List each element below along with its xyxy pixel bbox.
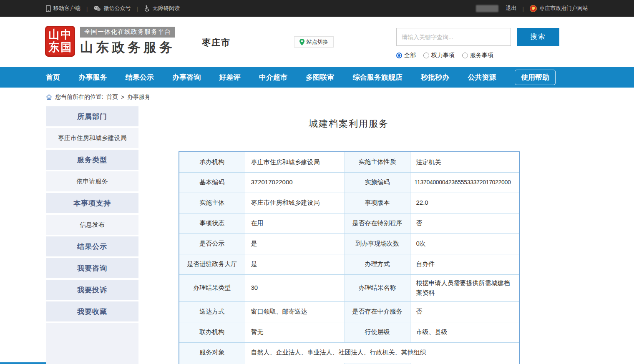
table-row: 基本编码 372017022000 实施编码 11370400004236555… — [179, 172, 519, 193]
table-row: 送达方式 窗口领取、邮寄送达 是否存在中介服务 否 — [179, 301, 519, 322]
search-input[interactable] — [396, 28, 511, 46]
accessibility-label: 无障碍阅读 — [153, 5, 180, 12]
site-logo[interactable]: 山中东国 全国一体化在线政务服务平台 山东政务服务 — [45, 26, 175, 57]
divider: | — [523, 5, 524, 12]
cell-label: 联办机构 — [179, 322, 245, 342]
cell-label: 实施主体性质 — [345, 152, 410, 172]
table-row: 联办机构 暂无 行使层级 市级、县级 — [179, 322, 519, 342]
platform-badge: 全国一体化在线政务服务平台 — [80, 27, 175, 38]
page: 移动客户端 | 微信公众号 | 无障碍阅读 退出 | ★ 枣庄市政府门户网站 — [0, 0, 634, 364]
divider: | — [136, 5, 138, 12]
sidebar-item-department[interactable]: 枣庄市住房和城乡建设局 — [46, 128, 138, 148]
sidebar-item-service-type-header[interactable]: 服务类型 — [46, 150, 138, 170]
nav-instant-approval[interactable]: 秒批秒办 — [421, 73, 449, 82]
nav-home[interactable]: 首页 — [46, 73, 60, 82]
cell-value: 在用 — [245, 213, 345, 233]
sidebar-item-info-publish[interactable]: 信息发布 — [46, 215, 138, 235]
cell-value: 窗口领取、邮寄送达 — [245, 301, 345, 322]
table-row: 办理结果类型 30 办理结果名称 根据申请人员需要提供所需城建档案资料 — [179, 274, 519, 301]
cell-label: 承办机构 — [179, 152, 245, 172]
sidebar-item-results-publicity[interactable]: 结果公示 — [46, 236, 138, 256]
radio-icon — [423, 53, 429, 58]
seal-char: 国 — [61, 42, 72, 53]
cell-label: 是否存在中介服务 — [345, 301, 410, 322]
table-row: 承办机构 枣庄市住房和城乡建设局 实施主体性质 法定机关 — [179, 152, 519, 172]
seal-char: 山 — [49, 29, 60, 40]
nav-consultation[interactable]: 办事咨询 — [172, 73, 201, 82]
cell-value: 暂无 — [245, 322, 345, 342]
breadcrumb-separator: > — [121, 94, 124, 100]
sidebar-item-department-header[interactable]: 所属部门 — [46, 106, 138, 126]
sidebar: 所属部门 枣庄市住房和城乡建设局 服务类型 依申请服务 本事项支持 信息发布 结… — [46, 106, 138, 364]
cell-label: 到办事现场次数 — [345, 233, 410, 254]
shandong-seal-logo: 山中东国 — [45, 26, 75, 57]
wechat-link[interactable]: 微信公众号 — [93, 5, 131, 12]
mobile-app-label: 移动客户端 — [53, 5, 81, 12]
radio-icon — [462, 53, 468, 58]
nav-help-button[interactable]: 使用帮助 — [515, 70, 556, 85]
nav-intermediary-market[interactable]: 中介超市 — [259, 73, 287, 82]
site-name: 山东政务服务 — [80, 39, 175, 56]
breadcrumb-prefix: 您当前所在的位置: — [55, 93, 103, 101]
location-pin-icon — [299, 39, 304, 45]
cell-value: 否 — [410, 213, 519, 233]
cell-label: 事项状态 — [179, 213, 245, 233]
breadcrumb: 您当前所在的位置: 首页 > 办事服务 — [0, 88, 634, 106]
filter-power-items[interactable]: 权力事项 — [423, 52, 455, 59]
phone-icon — [46, 5, 51, 12]
topbar-quick-links: 移动客户端 | 微信公众号 | 无障碍阅读 — [46, 5, 180, 12]
sidebar-item-supported-header[interactable]: 本事项支持 — [46, 193, 138, 213]
footer-strip — [0, 362, 46, 364]
search-button[interactable]: 搜索 — [517, 28, 559, 46]
city-name: 枣庄市 — [202, 37, 231, 48]
cell-label: 基本编码 — [179, 172, 245, 193]
mobile-app-link[interactable]: 移动客户端 — [46, 5, 81, 12]
nav-services[interactable]: 办事服务 — [78, 73, 107, 82]
site-header: 山中东国 全国一体化在线政务服务平台 山东政务服务 枣庄市 站点切换 搜索 全部… — [0, 17, 634, 67]
filter-power-label: 权力事项 — [431, 52, 455, 59]
sidebar-item-consult[interactable]: 我要咨询 — [46, 258, 138, 278]
cell-value: 22.0 — [410, 193, 519, 213]
nav-results-publicity[interactable]: 结果公示 — [126, 73, 154, 82]
site-switch-label: 站点切换 — [307, 38, 328, 46]
cell-label: 是否存在特别程序 — [345, 213, 410, 233]
nav-multi-plan-review[interactable]: 多图联审 — [306, 73, 334, 82]
sidebar-item-complain[interactable]: 我要投诉 — [46, 280, 138, 300]
cell-label: 办理方式 — [345, 254, 410, 274]
site-switch-button[interactable]: 站点切换 — [294, 36, 334, 48]
cell-label: 实施主体 — [179, 193, 245, 213]
nav-public-resources[interactable]: 公共资源 — [468, 73, 496, 82]
breadcrumb-current: 办事服务 — [127, 93, 151, 101]
sidebar-item-on-application-service[interactable]: 依申请服务 — [46, 171, 138, 191]
divider: | — [86, 5, 88, 12]
topbar: 移动客户端 | 微信公众号 | 无障碍阅读 退出 | ★ 枣庄市政府门户网站 — [0, 0, 634, 17]
wechat-label: 微信公众号 — [103, 5, 131, 12]
nav-flagship-store[interactable]: 综合服务旗舰店 — [353, 73, 403, 82]
accessibility-link[interactable]: 无障碍阅读 — [144, 5, 180, 12]
cell-value: 是 — [245, 254, 345, 274]
search-scope-filters: 全部 权力事项 服务事项 — [396, 52, 493, 59]
cell-label: 服务对象 — [179, 342, 245, 363]
radio-selected-icon — [396, 53, 402, 58]
filter-all-label: 全部 — [404, 52, 416, 59]
accessibility-icon — [144, 5, 150, 12]
main-nav: 首页 办事服务 结果公示 办事咨询 好差评 中介超市 多图联审 综合服务旗舰店 … — [0, 67, 634, 88]
table-row: 实施主体 枣庄市住房和城乡建设局 事项版本 22.0 — [179, 193, 519, 213]
cell-value: 0次 — [410, 233, 519, 254]
cell-value: 否 — [410, 301, 519, 322]
page-title: 城建档案利用服务 — [179, 118, 519, 130]
nav-rating[interactable]: 好差评 — [219, 73, 241, 82]
filter-service-items[interactable]: 服务事项 — [462, 52, 493, 59]
cell-value: 372017022000 — [245, 172, 345, 193]
logout-link[interactable]: 退出 — [506, 5, 517, 12]
cell-label: 是否进驻政务大厅 — [179, 254, 245, 274]
cell-value: 1137040000423655533372017022000 — [410, 172, 519, 193]
sidebar-filler — [46, 323, 138, 364]
cell-label: 是否公示 — [179, 233, 245, 254]
portal-link[interactable]: ★ 枣庄市政府门户网站 — [530, 5, 588, 12]
breadcrumb-home[interactable]: 首页 — [106, 93, 118, 101]
sidebar-item-favorite[interactable]: 我要收藏 — [46, 301, 138, 321]
filter-all[interactable]: 全部 — [396, 52, 416, 59]
cell-label: 实施编码 — [345, 172, 410, 193]
cell-value: 根据申请人员需要提供所需城建档案资料 — [410, 274, 519, 301]
